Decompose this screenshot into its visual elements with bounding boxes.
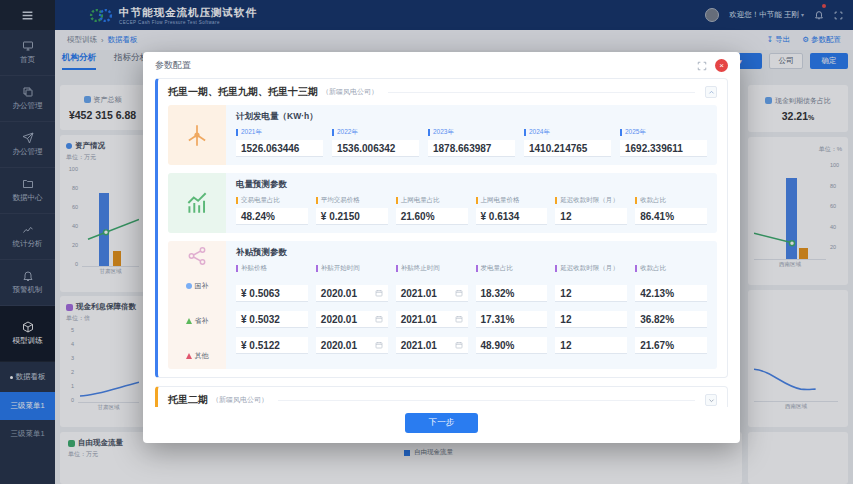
forecast-field: 上网电量价格 ¥ 0.6134 (476, 196, 548, 225)
forecast-value-input[interactable]: 86.41% (635, 208, 707, 225)
calendar-icon (375, 341, 383, 349)
column-header: 发电量占比 (476, 264, 548, 273)
subsidy-start-date-input[interactable]: 2020.01 (316, 311, 388, 328)
forecast-field: 上网电量占比 21.60% (396, 196, 468, 225)
maximize-icon[interactable] (697, 61, 707, 71)
column-header: 补贴价格 (236, 264, 308, 273)
subsidy-start-date-input[interactable]: 2020.01 (316, 337, 388, 354)
year-value-input[interactable]: 1692.339611 (620, 140, 707, 157)
subsidy-price-input[interactable]: ¥ 0.5032 (236, 311, 308, 328)
subsidy-row-label-national: 国补 (186, 273, 209, 299)
provincial-subsidy-icon (186, 318, 192, 324)
subsidy-delay-input[interactable]: 12 (555, 285, 627, 302)
subsidy-end-date-input[interactable]: 2021.01 (396, 285, 468, 302)
subsidy-row-label-other: 其他 (186, 343, 209, 369)
year-field: 2022年 1536.006342 (332, 128, 419, 157)
bar-chart-up-icon (184, 190, 210, 216)
subsidy-end-date-input[interactable]: 2021.01 (396, 337, 468, 354)
chevron-down-icon (708, 397, 715, 404)
year-value-input[interactable]: 1526.063446 (236, 140, 323, 157)
section-tuoli-2: 托里二期 （新疆风电公司） (155, 386, 728, 407)
dialog-body: 托里一期、托里九期、托里十三期 （新疆风电公司） 计划发电量（KW·h） (143, 76, 740, 407)
subsidy-delay-input[interactable]: 12 (555, 311, 627, 328)
section-header[interactable]: 托里一期、托里九期、托里十三期 （新疆风电公司） (158, 79, 727, 105)
dialog-footer: 下一步 (143, 407, 740, 443)
section-title: 托里一期、托里九期、托里十三期 (168, 85, 318, 99)
national-subsidy-icon (186, 283, 192, 289)
calendar-icon (375, 315, 383, 323)
forecast-value-input[interactable]: ¥ 0.6134 (476, 208, 548, 225)
forecast-field: 延迟收款时限（月） 12 (555, 196, 627, 225)
wind-turbine-icon (184, 122, 210, 148)
section-title: 托里二期 (168, 393, 208, 407)
subsidy-collect-input[interactable]: 36.82% (635, 311, 707, 328)
year-field: 2024年 1410.214765 (524, 128, 611, 157)
year-value-input[interactable]: 1536.006342 (332, 140, 419, 157)
subsidy-price-input[interactable]: ¥ 0.5063 (236, 285, 308, 302)
subsidy-collect-input[interactable]: 21.67% (635, 337, 707, 354)
dialog-title: 参数配置 (155, 59, 697, 72)
power-plan-panel: 计划发电量（KW·h） 2021年 1526.063446 2022年 1536… (168, 105, 717, 165)
year-field: 2023年 1878.663987 (428, 128, 515, 157)
forecast-field: 交易电量占比 48.24% (236, 196, 308, 225)
forecast-value-input[interactable]: 48.24% (236, 208, 308, 225)
year-field: 2021年 1526.063446 (236, 128, 323, 157)
year-value-input[interactable]: 1878.663987 (428, 140, 515, 157)
forecast-value-input[interactable]: ¥ 0.2150 (316, 208, 388, 225)
subsidy-delay-input[interactable]: 12 (555, 337, 627, 354)
divider (388, 92, 695, 93)
panel-title: 电量预测参数 (236, 179, 707, 191)
section-company: （新疆风电公司） (322, 87, 378, 97)
calendar-icon (455, 289, 463, 297)
expand-button[interactable] (705, 394, 717, 406)
share-nodes-icon (186, 245, 208, 267)
panel-title: 计划发电量（KW·h） (236, 111, 707, 123)
year-value-input[interactable]: 1410.214765 (524, 140, 611, 157)
collapse-button[interactable] (705, 86, 717, 98)
calendar-icon (375, 289, 383, 297)
section-company: （新疆风电公司） (212, 395, 268, 405)
param-config-dialog: 参数配置 × 托里一期、托里九期、托里十三期 （新疆风电公司） (143, 52, 740, 443)
subsidy-collect-input[interactable]: 42.13% (635, 285, 707, 302)
section-header[interactable]: 托里二期 （新疆风电公司） (158, 387, 727, 407)
calendar-icon (455, 315, 463, 323)
forecast-value-input[interactable]: 12 (555, 208, 627, 225)
dialog-header: 参数配置 × (143, 52, 740, 76)
next-step-button[interactable]: 下一步 (405, 413, 479, 433)
forecast-field: 平均交易价格 ¥ 0.2150 (316, 196, 388, 225)
close-icon[interactable]: × (715, 59, 728, 72)
subsidy-price-input[interactable]: ¥ 0.5122 (236, 337, 308, 354)
divider (278, 400, 695, 401)
subsidy-end-date-input[interactable]: 2021.01 (396, 311, 468, 328)
subsidy-gen-ratio-input[interactable]: 48.90% (476, 337, 548, 354)
subsidy-row-label-provincial: 省补 (186, 308, 209, 334)
app-root: 首页 办公管理 办公管理 数据中心 统计分析 预警机制 模型训练 数据看板 (0, 0, 853, 484)
other-subsidy-icon (186, 353, 192, 359)
chevron-up-icon (708, 89, 715, 96)
subsidy-panel: 国补 省补 其他 补贴预测参数 补贴价格 补贴开始时间 补贴终止时间 发电量占比 (168, 241, 717, 369)
subsidy-gen-ratio-input[interactable]: 17.31% (476, 311, 548, 328)
subsidy-gen-ratio-input[interactable]: 18.32% (476, 285, 548, 302)
column-header: 补贴开始时间 (316, 264, 388, 273)
subsidy-start-date-input[interactable]: 2020.01 (316, 285, 388, 302)
power-forecast-panel: 电量预测参数 交易电量占比 48.24% 平均交易价格 ¥ 0.2150 (168, 173, 717, 233)
column-header: 补贴终止时间 (396, 264, 468, 273)
forecast-value-input[interactable]: 21.60% (396, 208, 468, 225)
calendar-icon (455, 341, 463, 349)
forecast-field: 收款占比 86.41% (635, 196, 707, 225)
panel-title: 补贴预测参数 (236, 247, 707, 259)
column-header: 收款占比 (635, 264, 707, 273)
year-field: 2025年 1692.339611 (620, 128, 707, 157)
column-header: 延迟收款时限（月） (555, 264, 627, 273)
section-tuoli-1: 托里一期、托里九期、托里十三期 （新疆风电公司） 计划发电量（KW·h） (155, 78, 728, 378)
